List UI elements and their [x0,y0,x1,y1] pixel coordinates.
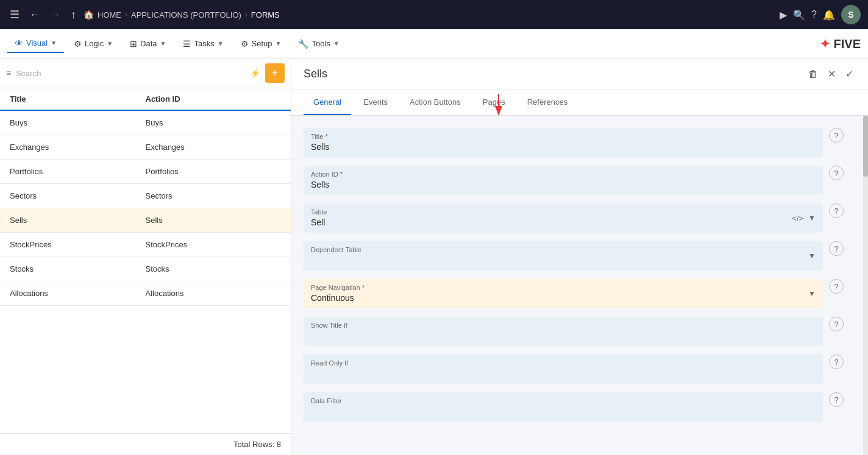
table-row[interactable]: StockPrices StockPrices [0,233,291,257]
row-title: Allocations [10,289,146,298]
forward-icon[interactable]: → [48,6,63,24]
flash-icon[interactable]: ⚡ [250,68,260,78]
row-action-id: Buys [146,118,282,127]
form-row-title: Title * Sells ? [304,128,844,157]
table-body: Buys Buys Exchanges Exchanges Portfolios… [0,111,291,433]
form-row-read-only-if: Read Only If ? [304,354,844,384]
help-btn-dependent-table[interactable]: ? [829,241,844,256]
table-row[interactable]: Portfolios Portfolios [0,160,291,184]
field-label-page-navigation: Page Navigation * [311,284,808,291]
field-wrap-title: Title * Sells [304,128,823,157]
field-value-show-title-if [311,331,313,340]
search-nav-icon[interactable]: 🔍 [793,9,805,21]
table-row[interactable]: Stocks Stocks [0,257,291,281]
panel-actions: 🗑 ✕ ✓ [806,66,856,82]
nav-item-visual[interactable]: 👁 Visual ▼ [7,35,64,53]
help-btn-action-id[interactable]: ? [829,166,844,180]
dependent-table-dropdown-icon[interactable]: ▼ [808,252,816,260]
table-row[interactable]: Buys Buys [0,111,291,135]
field-data-filter[interactable]: Data Filter [304,392,823,421]
tab-general[interactable]: General [304,90,351,115]
tab-events[interactable]: Events [354,90,397,115]
field-action-id[interactable]: Action ID * Sells [304,166,823,195]
nav-item-setup[interactable]: ⚙ Setup ▼ [233,35,289,52]
search-bar: ≡ ⚡ + [0,58,291,88]
field-wrap-data-filter: Data Filter [304,392,823,421]
bell-icon[interactable]: 🔔 [823,9,835,21]
data-label: Data [140,39,157,48]
tab-pages[interactable]: Pages [473,90,515,115]
table-row-selected[interactable]: Sells Sells [0,208,291,233]
menu-icon[interactable]: ☰ [7,5,22,24]
table-row[interactable]: Allocations Allocations [0,281,291,306]
tab-references[interactable]: References [518,90,577,115]
avatar[interactable]: S [841,5,861,24]
field-wrap-read-only-if: Read Only If [304,354,823,384]
help-btn-table[interactable]: ? [829,203,844,218]
field-wrap-action-id: Action ID * Sells [304,166,823,195]
tabs-bar: General Events Action Buttons Pages Refe… [291,90,868,116]
right-panel: Sells 🗑 ✕ ✓ General Events Action Button… [291,58,868,455]
help-btn-data-filter[interactable]: ? [829,392,844,407]
form-row-dependent-table: Dependent Table ▼ ? [304,241,844,270]
home-icon: 🏠 [84,10,94,19]
field-show-title-if[interactable]: Show Title If [304,317,823,346]
scrollbar-track[interactable] [863,116,868,455]
setup-label: Setup [252,39,272,48]
row-action-id: Stocks [146,264,282,273]
field-label-show-title-if: Show Title If [311,322,816,329]
visual-label: Visual [26,38,48,48]
nav-item-tools[interactable]: 🔧 Tools ▼ [291,35,346,52]
nav-item-logic[interactable]: ⚙ Logic ▼ [66,35,120,52]
row-title: Portfolios [10,167,146,176]
form-row-action-id: Action ID * Sells ? [304,166,844,195]
row-action-id: Allocations [146,289,282,298]
back-icon[interactable]: ← [27,6,43,24]
play-icon[interactable]: ▶ [780,9,787,21]
help-nav-icon[interactable]: ? [811,9,817,20]
field-table[interactable]: Table Sell </> ▼ [304,203,823,233]
confirm-button[interactable]: ✓ [843,66,856,82]
row-action-id: Portfolios [146,167,282,176]
five-brand: FIVE [830,37,861,51]
table-header: Title Action ID [0,88,291,111]
field-dependent-table[interactable]: Dependent Table ▼ [304,241,823,270]
field-label-table: Table [311,208,792,216]
page-navigation-dropdown-icon[interactable]: ▼ [808,289,816,298]
table-row[interactable]: Exchanges Exchanges [0,135,291,160]
field-read-only-if[interactable]: Read Only If [304,354,823,384]
form-area: Title * Sells ? Action ID * Sells ? [291,116,868,455]
nav-item-tasks[interactable]: ☰ Tasks ▼ [176,35,230,52]
panel-header: Sells 🗑 ✕ ✓ [291,58,868,90]
tasks-arrow: ▼ [218,40,224,47]
field-label-read-only-if: Read Only If [311,359,816,367]
field-page-navigation[interactable]: Page Navigation * Continuous ▼ [304,279,823,308]
field-value-data-filter [311,406,313,416]
table-row[interactable]: Sectors Sectors [0,184,291,208]
data-icon: ⊞ [130,39,137,49]
row-action-id: StockPrices [146,240,282,249]
five-logo-text: ✦ [820,37,830,51]
search-input[interactable] [16,69,245,78]
breadcrumb-apps[interactable]: APPLICATIONS (PORTFOLIO) [131,10,241,19]
help-btn-show-title-if[interactable]: ? [829,317,844,331]
second-nav-bar: 👁 Visual ▼ ⚙ Logic ▼ ⊞ Data ▼ ☰ Tasks ▼ … [0,29,868,58]
close-button[interactable]: ✕ [825,66,838,82]
row-title: Stocks [10,264,146,273]
nav-item-data[interactable]: ⊞ Data ▼ [123,35,173,52]
table-dropdown-icon[interactable]: ▼ [808,214,816,222]
help-btn-page-navigation[interactable]: ? [829,279,844,294]
tab-action-buttons[interactable]: Action Buttons [400,90,471,115]
breadcrumb-forms[interactable]: FORMS [251,10,280,19]
col-header-title: Title [10,94,146,104]
up-icon[interactable]: ↑ [68,6,79,24]
add-button[interactable]: + [265,63,285,83]
field-title[interactable]: Title * Sells [304,128,823,157]
help-btn-read-only-if[interactable]: ? [829,354,844,369]
scrollbar-thumb[interactable] [863,116,868,177]
field-value-dependent-table [311,255,313,265]
breadcrumb-home[interactable]: HOME [98,10,121,19]
delete-button[interactable]: 🗑 [806,66,820,82]
help-btn-title[interactable]: ? [829,128,844,143]
table-code-icon[interactable]: </> [792,214,803,223]
